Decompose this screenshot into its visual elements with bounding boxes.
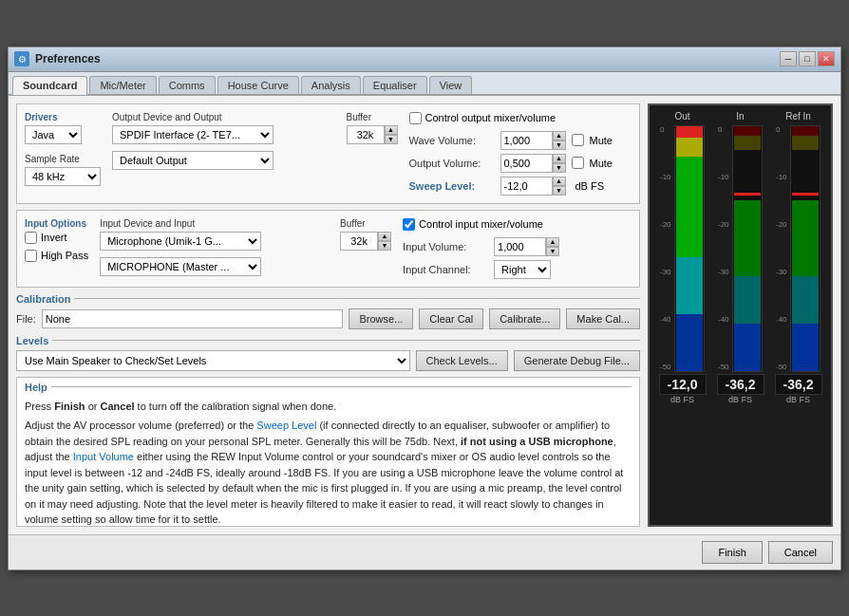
in-unit: dB FS bbox=[728, 395, 752, 404]
input-buffer-up[interactable]: ▲ bbox=[378, 232, 391, 241]
ref-yellow-seg bbox=[792, 136, 819, 150]
out-teal-seg bbox=[676, 257, 703, 314]
ref-in-unit: dB FS bbox=[786, 395, 810, 404]
clear-cal-button[interactable]: Clear Cal bbox=[419, 308, 483, 329]
input-options-group: Input Options Invert High Pass bbox=[25, 218, 88, 279]
browse-button[interactable]: Browse... bbox=[349, 308, 413, 329]
tab-house-curve[interactable]: House Curve bbox=[217, 76, 299, 94]
input-volume-input[interactable] bbox=[494, 237, 546, 256]
maximize-button[interactable]: □ bbox=[799, 51, 816, 66]
control-input-checkbox[interactable] bbox=[403, 218, 415, 231]
in-green-seg bbox=[734, 200, 761, 276]
in-teal-seg bbox=[734, 276, 761, 324]
input-buffer-down[interactable]: ▼ bbox=[378, 241, 391, 251]
help-content: Press Finish or Cancel to turn off the c… bbox=[17, 393, 639, 526]
wave-mute-checkbox[interactable] bbox=[572, 134, 584, 146]
drivers-select[interactable]: Java bbox=[25, 125, 82, 144]
output-output-select[interactable]: Default Output bbox=[112, 151, 274, 170]
tab-soundcard[interactable]: Soundcard bbox=[12, 76, 87, 95]
help-header: Help bbox=[17, 378, 639, 393]
debug-button[interactable]: Generate Debug File... bbox=[514, 350, 640, 371]
sample-rate-select[interactable]: 48 kHz bbox=[25, 167, 101, 186]
input-channel-select[interactable]: Right Left Both bbox=[494, 260, 551, 279]
check-levels-button[interactable]: Check Levels... bbox=[416, 350, 508, 371]
meters-row: Out 0 -10 -20 -30 -40 -50 bbox=[655, 111, 825, 519]
input-channel-label: Input Channel: bbox=[403, 264, 488, 275]
ref-teal-seg bbox=[792, 276, 819, 324]
minimize-button[interactable]: ─ bbox=[780, 51, 797, 66]
control-output-checkbox[interactable] bbox=[409, 112, 422, 124]
control-output-row: Control output mixer/volume bbox=[409, 112, 632, 124]
close-button[interactable]: ✕ bbox=[818, 51, 835, 66]
tab-equaliser[interactable]: Equaliser bbox=[363, 76, 427, 94]
sweep-level-input[interactable]: -12,0 bbox=[500, 177, 553, 196]
sweep-level-row: Sweep Level: -12,0 ▲ ▼ dB FS bbox=[409, 177, 632, 196]
left-panel: Drivers Java Sample Rate 48 kHz bbox=[16, 103, 640, 527]
make-cal-button[interactable]: Make Cal... bbox=[566, 308, 640, 329]
high-pass-checkbox[interactable] bbox=[25, 250, 37, 262]
ref-in-meter-col: Ref In 0 -10 -20 -30 -40 -50 bbox=[775, 111, 822, 519]
input-volume-down[interactable]: ▼ bbox=[546, 247, 559, 256]
invert-checkbox[interactable] bbox=[25, 232, 37, 244]
cal-file-input[interactable] bbox=[42, 309, 344, 328]
out-label: Out bbox=[674, 111, 689, 121]
wave-volume-up[interactable]: ▲ bbox=[553, 131, 566, 140]
output-volume-label: Output Volume: bbox=[409, 158, 495, 169]
help-section: Help Press Finish or Cancel to turn off … bbox=[16, 377, 640, 527]
output-row-top: Drivers Java Sample Rate 48 kHz bbox=[25, 112, 632, 196]
sweep-level-spinner-btns: ▲ ▼ bbox=[553, 177, 566, 196]
levels-line bbox=[52, 340, 640, 341]
wave-volume-label: Wave Volume: bbox=[409, 135, 495, 146]
drivers-input-row: Java bbox=[25, 125, 101, 144]
tab-analysis[interactable]: Analysis bbox=[301, 76, 361, 94]
wave-volume-down[interactable]: ▼ bbox=[553, 140, 566, 150]
output-device-select[interactable]: SPDIF Interface (2- TE7... bbox=[112, 125, 274, 144]
cancel-button[interactable]: Cancel bbox=[768, 541, 833, 564]
tabs-bar: Soundcard Mic/Meter Comms House Curve An… bbox=[9, 72, 840, 96]
input-controls-group: Control input mixer/volume Input Volume:… bbox=[403, 218, 632, 279]
output-volume-input[interactable]: 0,500 bbox=[500, 154, 553, 173]
in-red-seg bbox=[734, 126, 761, 136]
out-unit: dB FS bbox=[670, 395, 694, 404]
control-input-row: Control input mixer/volume bbox=[403, 218, 632, 231]
ref-red-seg bbox=[792, 126, 819, 136]
input-device-select[interactable]: Microphone (Umik-1 G... bbox=[100, 232, 261, 251]
wave-volume-input[interactable]: 1,000 bbox=[500, 131, 553, 150]
output-buffer-up[interactable]: ▲ bbox=[385, 125, 398, 135]
sweep-level-up[interactable]: ▲ bbox=[553, 177, 566, 186]
tab-comms[interactable]: Comms bbox=[159, 76, 216, 94]
wave-mute-label: Mute bbox=[590, 135, 613, 146]
input-volume-row: Input Volume: ▲ ▼ bbox=[403, 237, 632, 256]
out-yellow-seg bbox=[676, 138, 703, 157]
output-volume-down[interactable]: ▼ bbox=[553, 163, 566, 173]
output-volume-up[interactable]: ▲ bbox=[553, 154, 566, 163]
ref-in-readout: -36,2 bbox=[775, 374, 822, 395]
output-mute-checkbox[interactable] bbox=[572, 157, 584, 169]
input-buffer-label: Buffer bbox=[340, 218, 391, 229]
input-volume-up[interactable]: ▲ bbox=[546, 237, 559, 247]
main-area: Drivers Java Sample Rate 48 kHz bbox=[16, 103, 833, 527]
output-buffer-down[interactable]: ▼ bbox=[385, 135, 398, 144]
tab-view[interactable]: View bbox=[429, 76, 473, 94]
calibrate-button[interactable]: Calibrate... bbox=[489, 308, 560, 329]
output-device-label: Output Device and Output bbox=[112, 112, 335, 122]
drivers-group: Drivers Java Sample Rate 48 kHz bbox=[25, 112, 101, 196]
meter-panel: Out 0 -10 -20 -30 -40 -50 bbox=[648, 103, 833, 527]
help-line bbox=[51, 386, 632, 387]
finish-button[interactable]: Finish bbox=[702, 541, 762, 564]
wave-volume-spinner-btns: ▲ ▼ bbox=[553, 131, 566, 150]
tab-mic-meter[interactable]: Mic/Meter bbox=[89, 76, 156, 94]
levels-select[interactable]: Use Main Speaker to Check/Set Levels bbox=[16, 350, 410, 371]
output-mute-label: Mute bbox=[590, 158, 613, 169]
ref-green-seg bbox=[792, 200, 819, 276]
preferences-window: ⚙ Preferences ─ □ ✕ Soundcard Mic/Meter … bbox=[8, 47, 841, 570]
sweep-level-down[interactable]: ▼ bbox=[553, 186, 566, 196]
output-volume-row: Output Volume: 0,500 ▲ ▼ Mute bbox=[409, 154, 632, 173]
levels-row: Use Main Speaker to Check/Set Levels Che… bbox=[16, 350, 640, 371]
high-pass-label: High Pass bbox=[41, 250, 88, 261]
output-buffer-label: Buffer bbox=[347, 112, 398, 122]
control-output-label: Control output mixer/volume bbox=[425, 112, 557, 123]
output-buffer-input[interactable] bbox=[347, 125, 385, 144]
input-buffer-input[interactable] bbox=[340, 232, 378, 251]
input-input-select[interactable]: MICROPHONE (Master ... bbox=[100, 257, 261, 276]
